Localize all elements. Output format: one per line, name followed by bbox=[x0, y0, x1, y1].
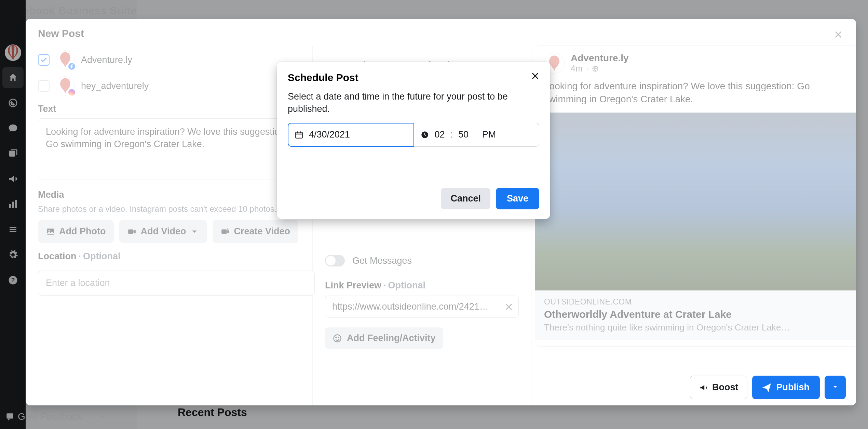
modal-footer: Boost Publish bbox=[26, 369, 856, 405]
schedule-title: Schedule Post bbox=[288, 72, 539, 83]
post-preview-card: Adventure.ly 4m· Looking for adventure i… bbox=[535, 46, 856, 347]
preview-link-domain: OUTSIDEONLINE.COM bbox=[544, 297, 849, 307]
toggle-off[interactable] bbox=[325, 255, 345, 266]
location-label: Location·Optional bbox=[38, 251, 300, 262]
page-select-hey-adventurely[interactable]: hey_adventurely bbox=[38, 76, 300, 95]
media-label: Media bbox=[38, 190, 300, 200]
publish-button[interactable]: Publish bbox=[752, 376, 820, 399]
checkbox-unchecked[interactable] bbox=[38, 80, 50, 92]
location-input[interactable] bbox=[38, 271, 315, 296]
page-select-adventurely[interactable]: Adventure.ly bbox=[38, 50, 300, 69]
media-subtext: Share photos or a video. Instagram posts… bbox=[38, 204, 300, 214]
send-icon bbox=[762, 383, 771, 392]
svg-rect-10 bbox=[128, 229, 134, 234]
preview-link-card: OUTSIDEONLINE.COM Otherworldly Adventure… bbox=[535, 290, 856, 340]
svg-rect-11 bbox=[222, 229, 227, 234]
checkbox-checked-icon[interactable] bbox=[38, 54, 50, 66]
page-avatar bbox=[56, 76, 75, 95]
schedule-close-button[interactable] bbox=[528, 69, 542, 83]
globe-icon bbox=[592, 65, 599, 72]
smiley-icon bbox=[333, 334, 342, 343]
svg-point-12 bbox=[334, 335, 341, 342]
add-video-button[interactable]: Add Video bbox=[119, 220, 207, 243]
calendar-icon bbox=[295, 130, 303, 139]
schedule-cancel-button[interactable]: Cancel bbox=[441, 188, 490, 209]
page-avatar bbox=[56, 50, 75, 69]
schedule-post-dialog: Schedule Post Select a date and time in … bbox=[277, 62, 550, 219]
svg-point-9 bbox=[49, 230, 50, 231]
schedule-save-button[interactable]: Save bbox=[496, 188, 539, 209]
facebook-badge-icon bbox=[68, 62, 76, 70]
video-icon bbox=[127, 227, 136, 236]
schedule-time-input[interactable]: 02:50 PM bbox=[414, 123, 540, 147]
clear-link-icon[interactable] bbox=[504, 302, 514, 312]
svg-point-13 bbox=[336, 337, 336, 338]
clock-icon bbox=[420, 130, 429, 139]
link-preview-label: Link Preview·Optional bbox=[325, 280, 519, 291]
schedule-description: Select a date and time in the future for… bbox=[288, 90, 539, 115]
preview-link-title: Otherworldly Adventure at Crater Lake bbox=[544, 309, 849, 320]
add-feeling-button[interactable]: Add Feeling/Activity bbox=[325, 327, 443, 349]
create-video-button[interactable]: Create Video bbox=[213, 220, 298, 243]
text-label: Text bbox=[38, 104, 300, 114]
photo-icon bbox=[46, 227, 55, 236]
svg-rect-16 bbox=[296, 132, 302, 138]
get-messages-label: Get Messages bbox=[352, 256, 412, 266]
post-text-input[interactable] bbox=[38, 118, 300, 180]
link-preview-field[interactable]: https://www.outsideonline.com/2421… bbox=[325, 296, 519, 318]
preview-meta: 4m· bbox=[571, 64, 629, 74]
compose-column: Adventure.ly hey_adventurely Text Media … bbox=[26, 46, 313, 405]
modal-title: New Post bbox=[26, 19, 856, 46]
preview-page-name: Adventure.ly bbox=[571, 53, 629, 64]
page-name-label: hey_adventurely bbox=[81, 81, 149, 91]
svg-point-14 bbox=[338, 337, 339, 338]
preview-text: Looking for adventure inspiration? We lo… bbox=[535, 74, 856, 113]
preview-column: Adventure.ly 4m· Looking for adventure i… bbox=[531, 46, 856, 405]
caret-down-icon bbox=[831, 383, 839, 391]
get-messages-toggle-row[interactable]: Get Messages bbox=[325, 255, 519, 266]
close-modal-button[interactable] bbox=[830, 26, 846, 43]
sparkle-video-icon bbox=[221, 227, 230, 236]
publish-dropdown-button[interactable] bbox=[825, 376, 846, 399]
instagram-badge-icon bbox=[68, 88, 76, 96]
megaphone-icon bbox=[699, 383, 708, 392]
schedule-date-input[interactable]: 4/30/2021 bbox=[288, 123, 414, 147]
page-name-label: Adventure.ly bbox=[81, 55, 132, 65]
preview-link-desc: There's nothing quite like swimming in O… bbox=[544, 322, 849, 333]
boost-button[interactable]: Boost bbox=[690, 376, 748, 399]
add-photo-button[interactable]: Add Photo bbox=[38, 220, 114, 243]
preview-image bbox=[535, 113, 856, 290]
chevron-down-icon bbox=[190, 227, 199, 236]
